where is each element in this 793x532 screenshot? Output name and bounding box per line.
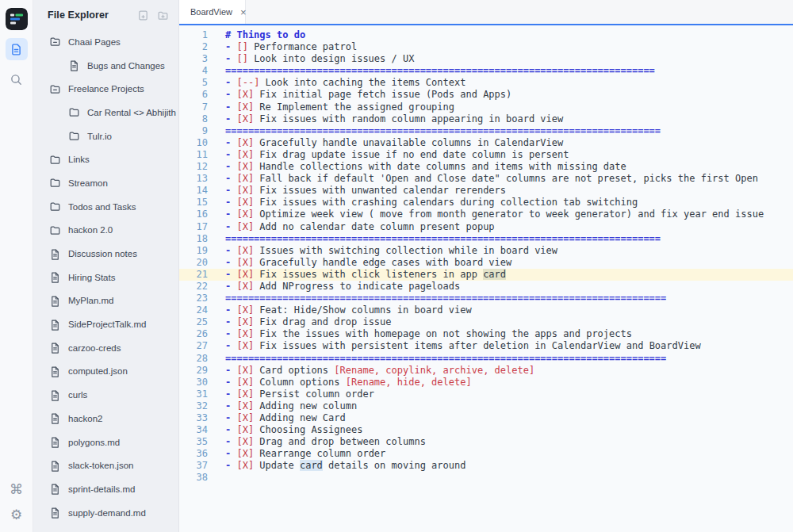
editor-line-14[interactable]: 14- [X] Fix issues with unwanted calenda… bbox=[179, 185, 793, 197]
line-number: 21 bbox=[179, 269, 208, 281]
tree-item-sideprojecttalk-md[interactable]: SideProjectTalk.md bbox=[33, 312, 178, 336]
editor-line-3[interactable]: 3- [] Look into design issues / UX bbox=[179, 53, 793, 65]
editor-line-5[interactable]: 5- [--] Look into caching the items Cont… bbox=[179, 77, 793, 89]
tree-item-todos-and-tasks[interactable]: Todos and Tasks bbox=[33, 195, 178, 219]
editor-line-22[interactable]: 22- [X] Add NProgress to indicate pagelo… bbox=[179, 281, 793, 293]
line-number: 8 bbox=[179, 113, 208, 125]
search-button[interactable] bbox=[6, 68, 28, 90]
tree-item-sprint-details-md[interactable]: sprint-details.md bbox=[33, 477, 178, 501]
tree-item-hiring-stats[interactable]: Hiring Stats bbox=[33, 266, 178, 289]
line-content: - [X] Fix issues with crashing calendars… bbox=[208, 197, 638, 209]
file-icon bbox=[49, 248, 61, 260]
tree-item-carzoo-creds[interactable]: carzoo-creds bbox=[33, 336, 178, 360]
line-content: ========================================… bbox=[208, 233, 661, 245]
editor-line-30[interactable]: 30- [X] Column options [Rename, hide, de… bbox=[179, 377, 793, 388]
tree-item-streamon[interactable]: Streamon bbox=[33, 171, 178, 195]
editor-line-21[interactable]: 21- [X] Fix issues with click listeners … bbox=[179, 269, 793, 281]
line-number: 29 bbox=[179, 365, 208, 377]
editor-line-33[interactable]: 33- [X] Adding new Card bbox=[179, 412, 793, 424]
tab-close-icon[interactable]: × bbox=[240, 7, 247, 17]
tree-item-myplan-md[interactable]: MyPlan.md bbox=[33, 289, 178, 313]
command-button[interactable]: ⌘ bbox=[6, 478, 28, 500]
editor-line-20[interactable]: 20- [X] Gracefully handle edge cases wit… bbox=[179, 257, 793, 269]
file-tree: Chaai PagesBugs and ChangesFreelance Pro… bbox=[33, 25, 178, 524]
editor-line-19[interactable]: 19- [X] Issues with switching collection… bbox=[179, 245, 793, 257]
icon-rail: ⌘ ⚙ bbox=[0, 0, 33, 532]
line-content: - [--] Look into caching the items Conte… bbox=[208, 77, 465, 89]
editor-line-38[interactable]: 38 bbox=[179, 472, 793, 484]
editor-line-34[interactable]: 34- [X] Choosing Assignees bbox=[179, 424, 793, 436]
editor-line-2[interactable]: 2- [] Performance patrol bbox=[179, 41, 793, 53]
editor-line-26[interactable]: 26- [X] Fix the issues with homepage on … bbox=[179, 328, 793, 340]
tree-item-chaai-pages[interactable]: Chaai Pages bbox=[33, 30, 178, 54]
tree-item-label: hackon 2.0 bbox=[68, 225, 113, 235]
new-file-icon[interactable] bbox=[137, 10, 149, 21]
editor-line-15[interactable]: 15- [X] Fix issues with crashing calenda… bbox=[179, 197, 793, 209]
tab-label: BoardView bbox=[190, 7, 232, 17]
explorer-actions bbox=[137, 10, 169, 21]
line-content: - [X] Fix initial page fetch issue (Pods… bbox=[208, 89, 511, 101]
tree-item-supply-demand-md[interactable]: supply-demand.md bbox=[33, 501, 178, 525]
editor-line-27[interactable]: 27- [X] Fix issues with persistent items… bbox=[179, 340, 793, 352]
tree-item-slack-token-json[interactable]: slack-token.json bbox=[33, 454, 178, 477]
tab-boardview[interactable]: BoardView × bbox=[179, 0, 246, 24]
editor-line-23[interactable]: 23======================================… bbox=[179, 293, 793, 304]
editor-line-31[interactable]: 31- [X] Persist column order bbox=[179, 388, 793, 400]
editor-line-8[interactable]: 8- [X] Fix issues with random column app… bbox=[179, 113, 793, 125]
line-content: ========================================… bbox=[208, 65, 655, 77]
line-content: - [X] Column options [Rename, hide, dele… bbox=[208, 377, 472, 388]
editor-line-28[interactable]: 28======================================… bbox=[179, 353, 793, 365]
editor-line-13[interactable]: 13- [X] Fall back if default 'Open and C… bbox=[179, 173, 793, 185]
tree-item-curls[interactable]: curls bbox=[33, 383, 178, 407]
line-number: 26 bbox=[179, 328, 208, 340]
line-content: - [X] Add no calendar date column presen… bbox=[208, 221, 495, 233]
line-content: - [X] Fix issues with persistent items a… bbox=[208, 340, 701, 352]
tree-item-links[interactable]: Links bbox=[33, 147, 178, 171]
editor-line-32[interactable]: 32- [X] Adding new column bbox=[179, 400, 793, 412]
tree-item-hackon2[interactable]: hackon2 bbox=[33, 407, 178, 431]
line-content: - [X] Gracefully handle unavailable colu… bbox=[208, 137, 563, 149]
tree-item-computed-json[interactable]: computed.json bbox=[33, 360, 178, 384]
editor-line-18[interactable]: 18======================================… bbox=[179, 233, 793, 245]
editor-line-36[interactable]: 36- [X] Rearrange column order bbox=[179, 448, 793, 460]
app-logo[interactable] bbox=[6, 8, 28, 30]
files-button[interactable] bbox=[6, 38, 28, 60]
line-content bbox=[208, 472, 225, 484]
tree-item-polygons-md[interactable]: polygons.md bbox=[33, 431, 178, 454]
tree-item-tulr-io[interactable]: Tulr.io bbox=[33, 124, 178, 148]
editor-line-29[interactable]: 29- [X] Card options [Rename, copylink, … bbox=[179, 365, 793, 377]
command-icon: ⌘ bbox=[10, 483, 23, 496]
line-content: # Things to do bbox=[208, 29, 305, 41]
tree-item-hackon-2-0[interactable]: hackon 2.0 bbox=[33, 219, 178, 243]
editor-line-7[interactable]: 7- [X] Re Implement the assigned groupin… bbox=[179, 101, 793, 113]
editor-line-9[interactable]: 9=======================================… bbox=[179, 125, 793, 137]
settings-button[interactable]: ⚙ bbox=[6, 503, 28, 526]
line-content: - [X] Card options [Rename, copylink, ar… bbox=[208, 365, 534, 377]
editor-line-10[interactable]: 10- [X] Gracefully handle unavailable co… bbox=[179, 137, 793, 149]
tab-bar: BoardView × bbox=[179, 0, 793, 24]
editor-line-12[interactable]: 12- [X] Handle collections with date col… bbox=[179, 161, 793, 173]
new-folder-icon[interactable] bbox=[157, 10, 169, 21]
line-content: ========================================… bbox=[208, 293, 666, 304]
editor-line-11[interactable]: 11- [X] Fix drag update issue if no end … bbox=[179, 149, 793, 161]
editor-line-16[interactable]: 16- [X] Optimize week view ( move from m… bbox=[179, 209, 793, 220]
tree-item-label: Freelance Projects bbox=[68, 84, 144, 94]
tree-item-bugs-and-changes[interactable]: Bugs and Changes bbox=[33, 54, 178, 78]
editor-line-6[interactable]: 6- [X] Fix initial page fetch issue (Pod… bbox=[179, 89, 793, 101]
line-content: - [X] Fix drag and drop issue bbox=[208, 316, 392, 328]
line-number: 38 bbox=[179, 472, 208, 484]
editor-line-25[interactable]: 25- [X] Fix drag and drop issue bbox=[179, 316, 793, 328]
editor-line-4[interactable]: 4=======================================… bbox=[179, 65, 793, 77]
folder-icon bbox=[68, 106, 80, 118]
editor-line-35[interactable]: 35- [X] Drag and drop between columns bbox=[179, 436, 793, 448]
tree-item-discussion-notes[interactable]: Discussion notes bbox=[33, 242, 178, 266]
editor-line-37[interactable]: 37- [X] Update card details on moving ar… bbox=[179, 460, 793, 472]
editor-line-24[interactable]: 24- [X] Feat: Hide/Show columns in board… bbox=[179, 304, 793, 316]
editor-line-17[interactable]: 17- [X] Add no calendar date column pres… bbox=[179, 221, 793, 233]
line-content: - [X] Adding new Card bbox=[208, 412, 346, 424]
code-editor[interactable]: 1# Things to do2- [] Performance patrol3… bbox=[179, 25, 793, 532]
tree-item-freelance-projects[interactable]: Freelance Projects bbox=[33, 77, 178, 101]
tree-item-car-rental-abhijith[interactable]: Car Rental <> Abhijith bbox=[33, 101, 178, 124]
tree-item-label: Hiring Stats bbox=[68, 273, 115, 282]
editor-line-1[interactable]: 1# Things to do bbox=[179, 29, 793, 41]
